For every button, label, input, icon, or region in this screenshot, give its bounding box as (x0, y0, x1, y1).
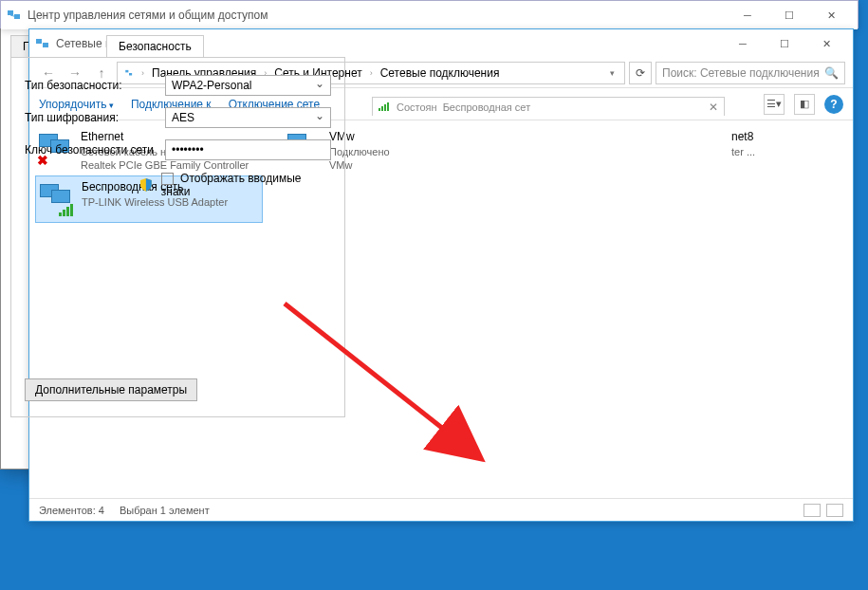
large-icons-view-button[interactable] (826, 504, 843, 517)
item-count: Элементов: 4 (39, 505, 104, 516)
help-button[interactable]: ? (824, 95, 843, 114)
encryption-type-label: Тип шифрования: (25, 111, 157, 124)
adapter-vmnet8[interactable]: net8 ter ... (729, 126, 843, 162)
close-icon[interactable]: ✕ (709, 101, 718, 114)
details-view-button[interactable] (803, 504, 821, 517)
uac-shield-icon (139, 177, 154, 193)
security-type-select[interactable]: WPA2-Personal (165, 75, 331, 96)
network-center-window: Центр управления сетями и общим доступом… (0, 0, 859, 28)
network-key-input[interactable]: •••••••• (165, 139, 331, 160)
titlebar: Центр управления сетями и общим доступом… (1, 1, 858, 29)
close-button[interactable]: ✕ (805, 30, 847, 57)
preview-pane-button[interactable]: ◧ (794, 94, 815, 115)
show-characters-checkbox[interactable]: Отображать вводимые знаки (161, 172, 331, 198)
close-button[interactable]: ✕ (810, 2, 852, 28)
checkbox-icon (161, 173, 174, 185)
search-placeholder: Поиск: Сетевые подключения (662, 66, 820, 80)
network-key-label: Ключ безопасности сети (25, 143, 157, 157)
wireless-properties-dialog: Свойства беспроводной сети ✕ Подключение… (0, 0, 356, 470)
maximize-button[interactable]: ☐ (764, 30, 805, 57)
breadcrumb-segment[interactable]: Сетевые подключения (378, 66, 503, 80)
network-connections-icon (35, 36, 50, 51)
signal-bars-icon (379, 102, 389, 111)
chevron-right-icon: › (367, 68, 376, 78)
status-bar: Элементов: 4 Выбран 1 элемент (29, 498, 853, 521)
selection-count: Выбран 1 элемент (120, 505, 210, 516)
network-center-icon (7, 8, 22, 23)
minimize-button[interactable]: ─ (722, 30, 764, 57)
maximize-button[interactable]: ☐ (768, 2, 810, 28)
svg-rect-4 (43, 43, 48, 47)
tab-panel-security: Тип безопасности: WPA2-Personal Тип шифр… (10, 57, 345, 417)
encryption-type-select[interactable]: AES (165, 107, 331, 128)
svg-rect-3 (36, 39, 42, 44)
advanced-settings-button[interactable]: Дополнительные параметры (25, 378, 197, 401)
adapter-device: ter ... (731, 145, 755, 158)
chevron-down-icon[interactable]: ▾ (607, 68, 618, 78)
svg-rect-0 (8, 10, 13, 15)
search-input[interactable]: Поиск: Сетевые подключения 🔍 (656, 62, 845, 84)
minimize-button[interactable]: ─ (727, 2, 768, 28)
wifi-status-window-title: Состоян Беспроводная сет ✕ (372, 97, 725, 116)
security-type-label: Тип безопасности: (25, 79, 157, 92)
view-options-button[interactable]: ☰▾ (764, 94, 785, 115)
refresh-button[interactable]: ⟳ (629, 62, 652, 84)
tab-security[interactable]: Безопасность (106, 35, 204, 57)
adapter-name: net8 (731, 130, 755, 145)
window-title: Центр управления сетями и общим доступом (28, 9, 268, 22)
search-icon: 🔍 (824, 66, 839, 80)
